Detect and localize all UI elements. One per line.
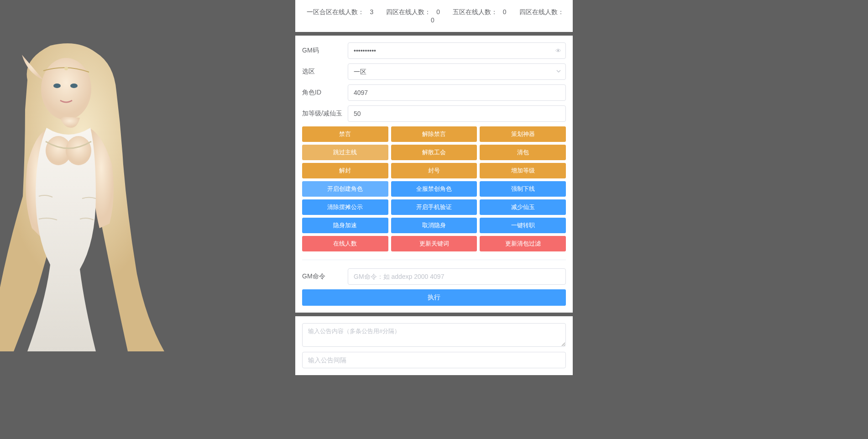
svg-point-1	[53, 84, 61, 88]
background-character-image	[0, 37, 173, 356]
ban-button[interactable]: 封号	[391, 163, 477, 178]
role-id-label: 角色ID	[302, 89, 348, 97]
gm-cmd-input[interactable]	[348, 268, 566, 285]
mute-button[interactable]: 禁言	[302, 126, 388, 142]
svg-point-5	[64, 67, 68, 70]
eye-icon[interactable]: 👁	[555, 47, 561, 54]
stat-count: 3	[370, 8, 373, 16]
stat-count: 0	[431, 16, 434, 24]
gm-control-panel: GM码 👁 选区 一区 角色ID 加等级/减仙	[295, 36, 573, 313]
divider	[302, 260, 566, 260]
one-click-transfer-button[interactable]: 一键转职	[480, 218, 566, 233]
update-keywords-button[interactable]: 更新关键词	[391, 236, 477, 251]
stealth-speed-button[interactable]: 隐身加速	[302, 218, 388, 233]
stat-count: 0	[436, 8, 440, 16]
level-label: 加等级/减仙玉	[302, 110, 348, 118]
stat-label: 五区在线人数：	[453, 8, 497, 16]
add-level-button[interactable]: 增加等级	[480, 163, 566, 178]
update-clearbag-filter-button[interactable]: 更新清包过滤	[480, 236, 566, 251]
force-offline-button[interactable]: 强制下线	[480, 181, 566, 197]
announce-interval-input[interactable]	[302, 352, 566, 368]
online-count-button[interactable]: 在线人数	[302, 236, 388, 251]
svg-point-2	[70, 84, 78, 88]
gm-code-input[interactable]	[348, 42, 566, 59]
clear-bag-button[interactable]: 清包	[480, 145, 566, 160]
announcement-panel	[295, 316, 573, 375]
svg-point-4	[66, 136, 91, 165]
stat-count: 0	[503, 8, 507, 16]
zone-label: 选区	[302, 68, 348, 76]
disable-create-role-button[interactable]: 全服禁创角色	[391, 181, 477, 197]
announce-content-input[interactable]	[302, 323, 566, 347]
online-stats-bar: 一区合区在线人数：3 四区在线人数：0 五区在线人数：0 四区在线人数：0	[295, 0, 573, 32]
skip-mainline-button[interactable]: 跳过主线	[302, 145, 388, 160]
gm-code-label: GM码	[302, 47, 348, 55]
unmute-button[interactable]: 解除禁言	[391, 126, 477, 142]
level-input[interactable]	[348, 105, 566, 122]
stat-label: 四区在线人数：	[386, 8, 431, 16]
svg-point-3	[46, 136, 71, 165]
unban-button[interactable]: 解封	[302, 163, 388, 178]
disband-guild-button[interactable]: 解散工会	[391, 145, 477, 160]
enable-phone-verify-button[interactable]: 开启手机验证	[391, 199, 477, 215]
zone-select[interactable]: 一区	[348, 63, 566, 80]
execute-button[interactable]: 执行	[302, 289, 566, 306]
cancel-stealth-button[interactable]: 取消隐身	[391, 218, 477, 233]
reduce-jade-button[interactable]: 减少仙玉	[480, 199, 566, 215]
role-id-input[interactable]	[348, 84, 566, 101]
gm-cmd-label: GM命令	[302, 272, 348, 281]
clear-stall-notice-button[interactable]: 清除摆摊公示	[302, 199, 388, 215]
planner-artifact-button[interactable]: 策划神器	[480, 126, 566, 142]
svg-point-0	[41, 58, 91, 120]
stat-label: 一区合区在线人数：	[307, 8, 364, 16]
enable-create-role-button[interactable]: 开启创建角色	[302, 181, 388, 197]
stat-label: 四区在线人数：	[519, 8, 564, 16]
